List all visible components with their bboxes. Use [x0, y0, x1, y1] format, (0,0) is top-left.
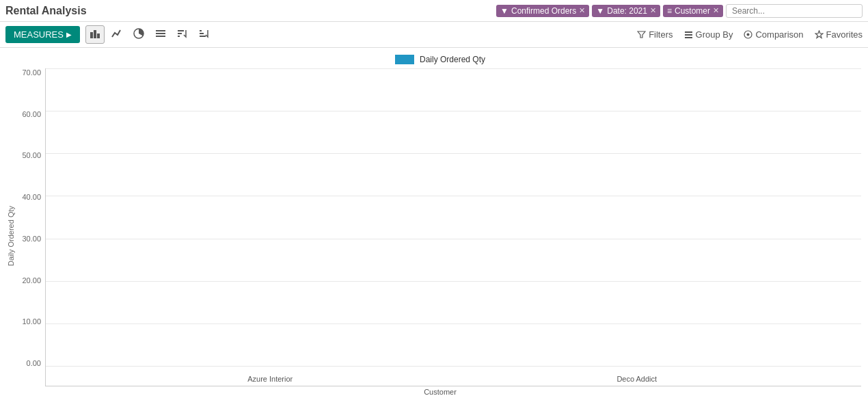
- svg-rect-7: [178, 30, 184, 31]
- measures-arrow: ▶: [66, 31, 72, 38]
- svg-rect-1: [94, 30, 96, 38]
- svg-rect-6: [156, 36, 165, 37]
- page-title: Rental Analysis: [5, 5, 87, 17]
- filter-tag-icon: ▼: [500, 6, 508, 16]
- y-axis-label: Daily Ordered Qty: [7, 55, 19, 396]
- line-chart-button[interactable]: [107, 25, 126, 44]
- svg-rect-8: [178, 33, 182, 34]
- filter-tag-close[interactable]: ✕: [713, 6, 719, 15]
- sort-asc-button[interactable]: [173, 25, 192, 44]
- filter-tag-0: ▼Confirmed Orders✕: [496, 5, 589, 17]
- legend-color-swatch: [395, 55, 414, 64]
- toolbar-right: Filters Group By Comparison Favorites: [637, 29, 863, 40]
- comparison-label: Comparison: [755, 29, 803, 40]
- svg-rect-9: [178, 36, 180, 37]
- y-axis-ticks: 0.0010.0020.0030.0040.0050.0060.0070.00: [19, 68, 45, 386]
- groupby-icon: [684, 30, 693, 39]
- svg-rect-13: [685, 31, 692, 33]
- svg-rect-5: [156, 33, 165, 34]
- filter-tag-close[interactable]: ✕: [650, 6, 656, 15]
- star-icon: [815, 30, 824, 39]
- svg-marker-18: [815, 31, 823, 38]
- filter-bar: Rental Analysis ▼Confirmed Orders✕▼Date:…: [0, 0, 868, 22]
- groupby-button[interactable]: Group By: [684, 29, 733, 40]
- sort-desc-icon: [199, 28, 210, 39]
- y-tick: 60.00: [19, 110, 45, 118]
- legend-label: Daily Ordered Qty: [420, 55, 485, 64]
- filter-tag-1: ▼Date: 2021✕: [592, 5, 660, 17]
- filter-tag-close[interactable]: ✕: [579, 6, 585, 15]
- x-axis-title: Customer: [19, 388, 861, 396]
- chart-inner: Daily Ordered Qty 0.0010.0020.0030.0040.…: [19, 55, 861, 396]
- svg-rect-4: [156, 30, 165, 31]
- groupby-label: Group By: [696, 29, 733, 40]
- filter-bar-right: ▼Confirmed Orders✕▼Date: 2021✕≡Customer✕: [87, 4, 863, 18]
- filter-tag-icon: ≡: [667, 6, 672, 16]
- y-tick: 50.00: [19, 151, 45, 159]
- svg-rect-10: [200, 30, 202, 31]
- list-view-icon: [155, 28, 166, 39]
- sort-desc-button[interactable]: [195, 25, 214, 44]
- toolbar: MEASURES ▶ Filters Group By: [0, 22, 868, 48]
- chart-area: Daily Ordered Qty Daily Ordered Qty 0.00…: [0, 48, 868, 396]
- bar-chart-icon: [90, 28, 100, 39]
- filter-icon: [637, 30, 646, 39]
- x-label: Azure Interior: [87, 375, 454, 383]
- filter-tags: ▼Confirmed Orders✕▼Date: 2021✕≡Customer✕: [496, 5, 723, 17]
- chart-legend: Daily Ordered Qty: [19, 55, 861, 64]
- filter-tag-label: Confirmed Orders: [511, 6, 576, 16]
- svg-point-17: [747, 34, 750, 36]
- comparison-icon: [744, 30, 752, 39]
- bars-container: [46, 68, 861, 367]
- y-tick: 70.00: [19, 68, 45, 77]
- y-tick: 30.00: [19, 235, 45, 243]
- favorites-label: Favorites: [826, 29, 863, 40]
- y-tick: 40.00: [19, 193, 45, 201]
- svg-rect-12: [200, 36, 206, 37]
- chart-type-icons: [85, 25, 214, 44]
- bar-chart-button[interactable]: [85, 25, 105, 44]
- svg-rect-15: [685, 37, 692, 38]
- chart-plot: Azure InteriorDeco Addict: [45, 68, 861, 386]
- filters-button[interactable]: Filters: [637, 29, 673, 40]
- favorites-button[interactable]: Favorites: [815, 29, 863, 40]
- svg-rect-14: [685, 34, 692, 36]
- line-chart-icon: [111, 28, 122, 39]
- pie-chart-button[interactable]: [129, 25, 148, 44]
- search-input[interactable]: [726, 4, 863, 18]
- svg-rect-0: [90, 32, 93, 38]
- filter-tag-label: Date: 2021: [607, 6, 647, 16]
- x-axis-labels: Azure InteriorDeco Addict: [46, 375, 861, 383]
- svg-rect-11: [200, 33, 204, 34]
- y-tick: 20.00: [19, 276, 45, 285]
- measures-label: MEASURES: [14, 29, 64, 40]
- filter-tag-icon: ▼: [596, 6, 604, 16]
- chart-body: 0.0010.0020.0030.0040.0050.0060.0070.00 …: [19, 68, 861, 386]
- list-view-button[interactable]: [151, 25, 170, 44]
- sort-asc-icon: [177, 28, 188, 39]
- pie-chart-icon: [133, 28, 144, 39]
- measures-button[interactable]: MEASURES ▶: [5, 26, 80, 43]
- filters-label: Filters: [649, 29, 673, 40]
- svg-rect-2: [97, 34, 100, 38]
- filter-tag-label: Customer: [675, 6, 710, 16]
- comparison-button[interactable]: Comparison: [744, 29, 803, 40]
- y-tick: 0.00: [19, 359, 45, 367]
- y-tick: 10.00: [19, 317, 45, 326]
- filter-tag-2: ≡Customer✕: [663, 5, 723, 17]
- x-label: Deco Addict: [454, 375, 821, 383]
